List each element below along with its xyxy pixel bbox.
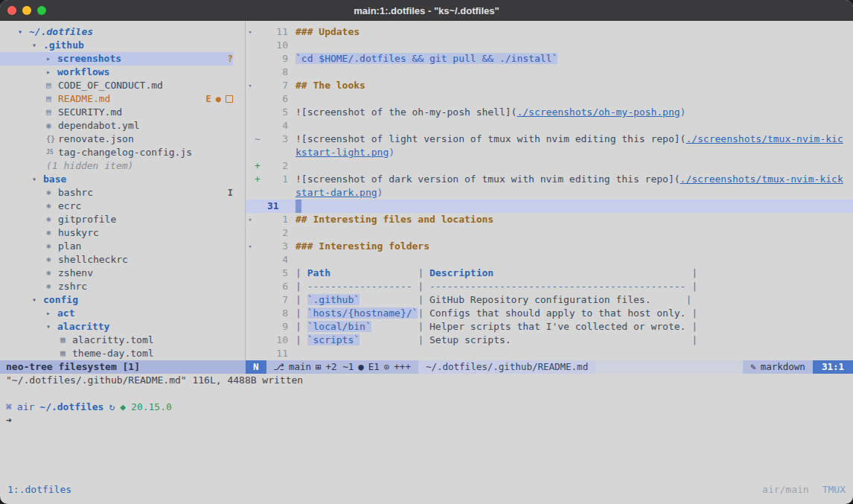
- editor-line-4[interactable]: 4: [246, 253, 853, 267]
- line-content: ## Interesting files and locations: [295, 213, 493, 226]
- doc-file-icon: ▤: [46, 79, 58, 92]
- punctuation: |: [295, 294, 307, 305]
- fold-marker-icon: [246, 347, 255, 360]
- text-span: [330, 267, 418, 278]
- tree-item-config[interactable]: ▾config: [0, 293, 233, 307]
- editor-line-7[interactable]: 7| `.github` | GitHub Repository configu…: [246, 293, 853, 307]
- editor-line-wrap[interactable]: start-dark.png): [246, 186, 853, 200]
- editor-line-6[interactable]: 6: [246, 92, 853, 106]
- terminal-area[interactable]: ⌘ air ~/.dotfiles ↻ ◆ 20.15.0 ➜ 1:.dotfi…: [0, 387, 853, 504]
- tree-item-alacritty-toml[interactable]: ▦alacritty.toml: [0, 334, 233, 347]
- chevron-down-icon[interactable]: ▾: [32, 173, 43, 186]
- markdown-link[interactable]: kstart-light.png: [295, 147, 389, 158]
- mode-indicator: N: [246, 360, 266, 374]
- editor-line-10[interactable]: 10| `scripts` | Setup scripts. |: [246, 334, 853, 347]
- statusline-filler: [595, 360, 743, 374]
- editor-line-wrap[interactable]: kstart-light.png): [246, 146, 853, 159]
- text-span: [371, 321, 418, 332]
- tree-item-huskyrc[interactable]: ✱huskyrc: [0, 226, 233, 240]
- tree-item-ecrc[interactable]: ✱ecrc: [0, 200, 233, 213]
- editor-line-7[interactable]: ▾7## The looks: [246, 79, 853, 92]
- editor-line-1[interactable]: ▾1## Interesting files and locations: [246, 213, 853, 226]
- editor-line-3[interactable]: ~3![screenshot of light version of tmux …: [246, 133, 853, 146]
- editor-line-8[interactable]: 8: [246, 66, 853, 79]
- line-content: kstart-light.png): [295, 146, 394, 159]
- tree-item-security-md[interactable]: ▤SECURITY.md: [0, 106, 233, 119]
- editor-line-5[interactable]: 5| Path | Description |: [246, 267, 853, 280]
- editor-line-3[interactable]: ▾3### Interesting folders: [246, 240, 853, 253]
- line-number: 8: [264, 66, 295, 79]
- editor-line-4[interactable]: 4: [246, 119, 853, 133]
- editor-line-31[interactable]: 31: [246, 200, 853, 213]
- chevron-down-icon[interactable]: ▾: [32, 39, 43, 52]
- markdown-link[interactable]: start-dark.png: [295, 187, 377, 198]
- minimize-button[interactable]: [22, 6, 31, 15]
- tree-item-renovate-json[interactable]: {}renovate.json: [0, 133, 233, 146]
- editor-line-9[interactable]: 9| `local/bin` | Helper scripts that I'v…: [246, 320, 853, 334]
- tree-item-label: alacritty.toml: [72, 334, 154, 347]
- tmux-window-tab[interactable]: 1:.dotfiles: [7, 483, 71, 497]
- table-header: Path: [307, 267, 330, 278]
- tree-item-zshenv[interactable]: ✱zshenv: [0, 267, 233, 280]
- tree-item-base[interactable]: ▾base: [0, 173, 233, 186]
- tree-item-github[interactable]: ▾.github: [0, 39, 233, 52]
- editor-line-11[interactable]: 11: [246, 347, 853, 360]
- markdown-link[interactable]: ./screenshots/oh-my-posh.png: [517, 106, 680, 118]
- text-span: Setup scripts.: [429, 334, 511, 345]
- punctuation: |: [418, 294, 429, 305]
- tree-item-workflows[interactable]: ▸workflows: [0, 66, 233, 79]
- tree-item-label: ~/.dotfiles: [29, 25, 93, 39]
- fold-marker-icon: [246, 253, 255, 267]
- editor-line-5[interactable]: 5![screenshot of the oh-my-posh shell](.…: [246, 106, 853, 119]
- close-button[interactable]: [7, 6, 16, 15]
- tmux-label: TMUX: [822, 483, 846, 497]
- chevron-down-icon[interactable]: ▾: [32, 293, 43, 307]
- chevron-right-icon[interactable]: ▸: [46, 52, 57, 66]
- editor-line-8[interactable]: 8| `hosts/{hostname}/`| Configs that sho…: [246, 307, 853, 320]
- tree-item-zshrc[interactable]: ✱zshrc: [0, 280, 233, 293]
- editor-line-10[interactable]: 10: [246, 39, 853, 52]
- tree-item-dotfiles[interactable]: ▾~/.dotfiles: [0, 25, 233, 39]
- tree-item-tag-changelog-config-js[interactable]: JStag-changelog-config.js: [0, 146, 233, 159]
- tree-item-readme-md[interactable]: ▤README.mdE●: [0, 92, 233, 106]
- markdown-link[interactable]: ./screenshots/tmux-nvim-kic: [686, 133, 843, 144]
- zoom-button[interactable]: [37, 6, 46, 15]
- tree-item-plan[interactable]: ✱plan: [0, 240, 233, 253]
- line-content: ## The looks: [295, 79, 365, 92]
- chevron-right-icon[interactable]: ▸: [46, 307, 57, 320]
- tree-item-label: .github: [43, 39, 84, 52]
- chevron-right-icon[interactable]: ▸: [46, 66, 57, 79]
- editor-line-2[interactable]: +2: [246, 159, 853, 173]
- shell-file-icon: ✱: [46, 240, 58, 253]
- fold-marker-icon: [246, 106, 255, 119]
- editor-line-6[interactable]: 6| ------------------ | ----------------…: [246, 280, 853, 293]
- tree-item-code-of-conduct-md[interactable]: ▤CODE_OF_CONDUCT.md: [0, 79, 233, 92]
- markdown-link[interactable]: ./screenshots/tmux-nvim-kick: [680, 173, 843, 185]
- prompt-arrow-icon[interactable]: ➜: [0, 414, 853, 427]
- fold-marker-icon: [246, 293, 255, 307]
- tree-item-dependabot-yml[interactable]: ◉dependabot.yml: [0, 119, 233, 133]
- editor-line-11[interactable]: ▾11### Updates: [246, 25, 853, 39]
- tree-item-alacritty[interactable]: ▾alacritty: [0, 320, 233, 334]
- tree-item-gitprofile[interactable]: ✱gitprofile: [0, 213, 233, 226]
- tree-item-bashrc[interactable]: ✱bashrcI: [0, 186, 233, 200]
- editor-line-2[interactable]: 2: [246, 226, 853, 240]
- chevron-down-icon[interactable]: ▾: [18, 25, 29, 39]
- editor-line-1[interactable]: +1![screenshot of dark version of tmux w…: [246, 173, 853, 186]
- line-number: 1: [264, 173, 295, 186]
- tree-item-act[interactable]: ▸act: [0, 307, 233, 320]
- text-span: Configs that should apply to that host o…: [429, 307, 686, 319]
- line-number: 10: [264, 39, 295, 52]
- chevron-down-icon[interactable]: ▾: [46, 320, 57, 334]
- tree-item-1-hidden-item[interactable]: (1 hidden item): [0, 159, 233, 173]
- fold-marker-icon: [246, 66, 255, 79]
- statusline-filepath: ~/.dotfiles/.github/README.md: [418, 360, 595, 374]
- editor-line-9[interactable]: 9`cd $HOME/.dotfiles && git pull && ./in…: [246, 52, 853, 66]
- nvim-command-line: "~/.dotfiles/.github/README.md" 116L, 44…: [0, 374, 853, 387]
- tree-item-theme-day-toml[interactable]: ▦theme-day.toml: [0, 347, 233, 360]
- tree-item-screenshots[interactable]: ▸screenshots?: [0, 52, 233, 66]
- line-content: | ------------------ | -----------------…: [295, 280, 697, 293]
- punctuation: |: [691, 334, 697, 345]
- punctuation: |: [691, 307, 697, 319]
- tree-item-shellcheckrc[interactable]: ✱shellcheckrc: [0, 253, 233, 267]
